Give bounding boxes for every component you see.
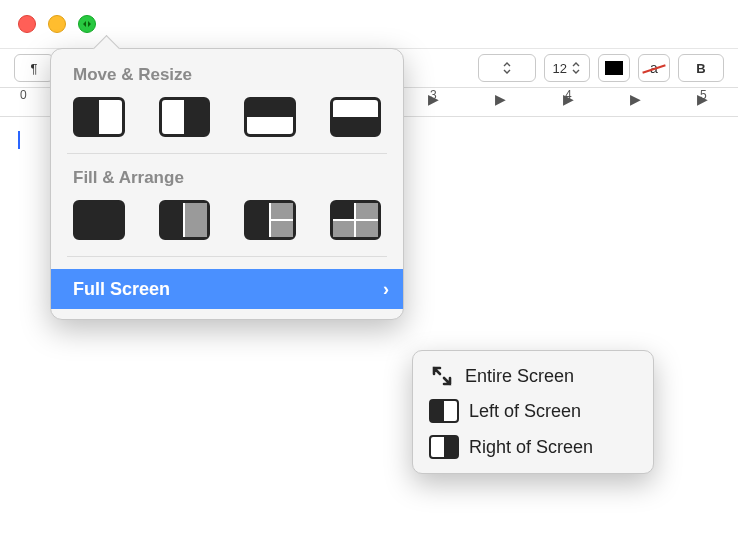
font-size-dropdown[interactable]: 12 [544,54,590,82]
section-title-move-resize: Move & Resize [51,63,403,97]
text-color-button[interactable] [598,54,630,82]
ruler-mark: 0 [20,88,27,102]
strikethrough-color-button[interactable]: a [638,54,670,82]
paragraph-style-button[interactable]: ¶ [14,54,54,82]
zoom-window-button[interactable] [78,15,96,33]
tab-stop-icon[interactable]: ▶ [563,91,574,107]
minimize-window-button[interactable] [48,15,66,33]
font-family-dropdown[interactable] [478,54,536,82]
right-half-icon [429,435,459,459]
tab-stop-icon[interactable]: ▶ [428,91,439,107]
tile-bottom-half-button[interactable] [330,97,382,137]
fill-arrange-row [51,200,403,256]
chevron-up-down-icon [502,62,512,74]
full-screen-label: Full Screen [73,279,170,300]
left-half-icon [429,399,459,423]
chevron-right-icon: › [383,279,389,300]
close-window-button[interactable] [18,15,36,33]
arrange-quarters-button[interactable] [330,200,382,240]
divider [67,153,387,154]
full-screen-submenu: Entire Screen Left of Screen Right of Sc… [412,350,654,474]
arrange-left-quarters-button[interactable] [244,200,296,240]
bold-button[interactable]: B [678,54,724,82]
expand-arrows-icon [429,365,455,387]
chevron-up-down-icon [571,62,581,74]
entire-screen-item[interactable]: Entire Screen [413,359,653,393]
tile-right-half-button[interactable] [159,97,211,137]
move-resize-row [51,97,403,153]
tab-stop-icon[interactable]: ▶ [630,91,641,107]
font-size-value: 12 [553,61,567,76]
full-screen-menu-item[interactable]: Full Screen › [51,269,403,309]
right-of-screen-label: Right of Screen [469,437,593,458]
tile-top-half-button[interactable] [244,97,296,137]
text-cursor [18,131,20,149]
left-of-screen-item[interactable]: Left of Screen [413,393,653,429]
entire-screen-label: Entire Screen [465,366,574,387]
fill-screen-button[interactable] [73,200,125,240]
divider [67,256,387,257]
right-of-screen-item[interactable]: Right of Screen [413,429,653,465]
tab-stop-icon[interactable]: ▶ [495,91,506,107]
tab-stop-icon[interactable]: ▶ [697,91,708,107]
window-tiling-popover: Move & Resize Fill & Arrange Full Screen… [50,48,404,320]
section-title-fill-arrange: Fill & Arrange [51,166,403,200]
tile-left-half-button[interactable] [73,97,125,137]
left-of-screen-label: Left of Screen [469,401,581,422]
arrange-left-right-button[interactable] [159,200,211,240]
